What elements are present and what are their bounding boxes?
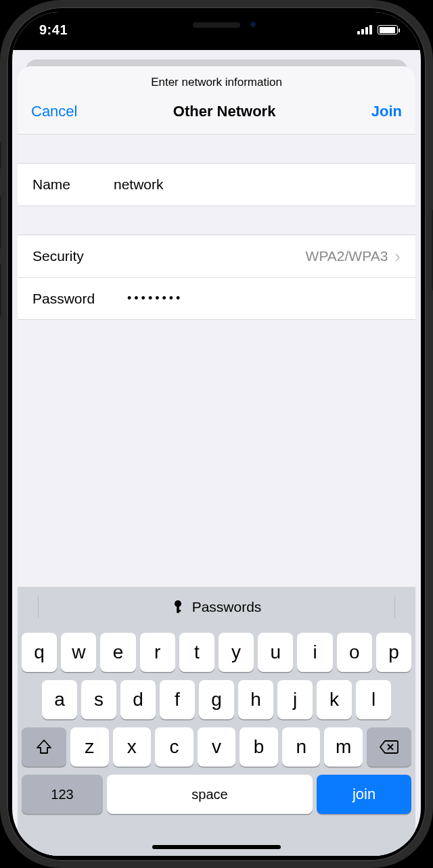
key-g[interactable]: g [199,680,234,719]
keyboard-join-key[interactable]: join [317,775,411,814]
front-camera [249,20,257,28]
keyboard-row-4: 123 space join [22,775,411,814]
key-n[interactable]: n [282,727,321,767]
sheet-navbar: Cancel Other Network Join [18,93,415,135]
phone-frame: 9:41 Enter network information Cancel Ot… [0,0,433,868]
key-icon [172,600,184,614]
sheet-title: Other Network [173,103,276,120]
svg-rect-1 [177,606,179,613]
battery-icon [378,25,398,34]
svg-rect-2 [177,610,181,612]
key-r[interactable]: r [140,633,175,672]
chevron-right-icon: › [394,252,401,261]
join-button[interactable]: Join [371,103,402,120]
sheet-subtitle: Enter network information [18,66,415,93]
backspace-key[interactable] [367,727,411,767]
key-d[interactable]: d [120,680,156,719]
volume-down-button [0,264,1,316]
key-b[interactable]: b [240,727,278,767]
security-label: Security [32,248,114,264]
keyboard-suggestion-bar[interactable]: Passwords [18,587,415,627]
status-time: 9:41 [39,22,68,38]
network-name-input[interactable] [114,176,401,193]
cellular-signal-icon [357,25,372,34]
key-t[interactable]: t [179,633,214,672]
key-x[interactable]: x [113,727,152,767]
password-label: Password [32,291,127,307]
key-k[interactable]: k [317,680,352,719]
key-v[interactable]: v [198,727,236,767]
phone-notch [122,12,311,38]
key-e[interactable]: e [100,633,135,672]
password-value: •••••••• [127,291,183,306]
key-s[interactable]: s [81,680,116,719]
name-label: Name [32,176,114,193]
key-z[interactable]: z [70,727,109,767]
home-indicator[interactable] [152,845,281,849]
keyboard-suggestion-label: Passwords [192,599,262,615]
key-f[interactable]: f [160,680,195,719]
key-j[interactable]: j [277,680,313,719]
modal-sheet: Enter network information Cancel Other N… [18,66,415,856]
keyboard-row-1: q w e r t y u i o p [22,633,411,672]
phone-bezel: 9:41 Enter network information Cancel Ot… [7,7,426,861]
space-key[interactable]: space [107,775,313,814]
name-row[interactable]: Name [18,164,415,206]
mute-switch [0,142,1,169]
security-value: WPA2/WPA3 [114,248,388,264]
key-u[interactable]: u [258,633,293,672]
speaker-grille [193,22,240,28]
cancel-button[interactable]: Cancel [31,103,77,120]
key-i[interactable]: i [297,633,332,672]
numbers-key[interactable]: 123 [22,775,103,814]
name-group: Name [18,163,415,206]
security-group: Security WPA2/WPA3 › Password •••••••• [18,235,415,320]
phone-screen: 9:41 Enter network information Cancel Ot… [12,12,421,856]
key-c[interactable]: c [155,727,193,767]
security-row[interactable]: Security WPA2/WPA3 › [18,235,415,277]
key-o[interactable]: o [337,633,372,672]
key-m[interactable]: m [324,727,363,767]
keyboard-row-2: a s d f g h j k l [22,680,411,719]
shift-key[interactable] [22,727,66,767]
key-y[interactable]: y [219,633,254,672]
key-q[interactable]: q [22,633,57,672]
keyboard-row-3: z x c v b n m [22,727,411,767]
volume-up-button [0,196,1,249]
key-p[interactable]: p [376,633,411,672]
key-a[interactable]: a [42,680,77,719]
key-w[interactable]: w [61,633,96,672]
key-h[interactable]: h [238,680,273,719]
password-row[interactable]: Password •••••••• [18,277,415,319]
key-l[interactable]: l [356,680,391,719]
software-keyboard: Passwords q w e r t y u i o [18,587,415,856]
